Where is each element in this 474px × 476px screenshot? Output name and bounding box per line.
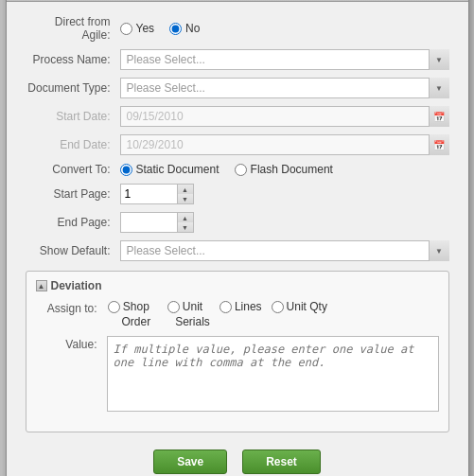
start-date-input[interactable] [120, 106, 449, 127]
assign-unit-serials-radio-row: Unit [167, 300, 202, 313]
assign-unit-qty-radio-row: Unit Qty [272, 300, 327, 313]
start-page-down-button[interactable]: ▼ [178, 194, 193, 203]
start-date-calendar-icon[interactable]: 📅 [429, 106, 449, 127]
reset-button[interactable]: Reset [242, 450, 321, 474]
assign-lines-label: Lines [235, 300, 262, 313]
deviation-header: ▲ Deviation [36, 279, 439, 292]
assign-shop-order-option[interactable]: Shop Order [107, 300, 151, 328]
direct-from-agile-label: Direct from Agile: [26, 15, 120, 42]
direct-yes-option[interactable]: Yes [120, 22, 155, 35]
start-date-label: Start Date: [26, 110, 120, 123]
convert-to-row: Convert To: Static Document Flash Docume… [26, 163, 449, 176]
start-date-field-wrapper: 📅 [120, 106, 449, 127]
show-default-controls: Please Select... ▼ [120, 240, 449, 261]
convert-to-controls: Static Document Flash Document [120, 163, 449, 176]
end-page-row: End Page: ▲ ▼ [26, 212, 449, 233]
start-page-row: Start Page: ▲ ▼ [26, 184, 449, 204]
end-date-controls: 📅 [120, 134, 449, 155]
convert-to-label: Convert To: [26, 163, 120, 176]
start-page-input[interactable] [120, 184, 177, 204]
start-page-spinner: ▲ ▼ [120, 184, 449, 204]
assign-to-row: Assign to: Shop Order Unit [36, 300, 439, 328]
end-page-up-button[interactable]: ▲ [178, 213, 193, 222]
assign-lines-option[interactable]: Lines [219, 300, 262, 313]
calendar-icon: 📅 [433, 112, 445, 122]
value-textarea[interactable] [107, 336, 439, 412]
save-button[interactable]: Save [153, 450, 227, 474]
assign-to-group: Shop Order Unit Serials [107, 300, 327, 328]
start-date-row: Start Date: 📅 [26, 106, 449, 127]
deviation-collapse-button[interactable]: ▲ [36, 280, 47, 291]
convert-static-label: Static Document [136, 163, 219, 176]
convert-static-radio[interactable] [120, 164, 132, 176]
start-page-up-button[interactable]: ▲ [178, 185, 193, 194]
direct-no-option[interactable]: No [169, 22, 200, 35]
assign-unit-serials-line1: Unit [183, 300, 202, 313]
end-page-down-button[interactable]: ▼ [178, 222, 193, 232]
convert-static-option[interactable]: Static Document [120, 163, 219, 176]
direct-from-agile-row: Direct from Agile: Yes No [26, 15, 449, 42]
end-page-spinner-buttons: ▲ ▼ [177, 212, 194, 233]
end-date-input[interactable] [120, 134, 449, 155]
assign-unit-serials-line2: Serials [160, 315, 210, 328]
process-name-select-wrapper: Please Select... ▼ [120, 49, 449, 70]
document-type-controls: Please Select... ▼ [120, 78, 449, 98]
assign-shop-order-radio-row: Shop [108, 300, 149, 313]
direct-yes-label: Yes [136, 22, 155, 35]
assign-unit-qty-radio[interactable] [272, 301, 284, 313]
start-date-controls: 📅 [120, 106, 449, 127]
form-content: Direct from Agile: Yes No Process Name: [7, 2, 468, 476]
direct-yes-radio[interactable] [120, 23, 132, 35]
value-textarea-wrapper [107, 336, 439, 414]
end-page-label: End Page: [26, 216, 120, 229]
footer-buttons: Save Reset [26, 446, 449, 476]
assign-lines-radio-row: Lines [219, 300, 262, 313]
assign-unit-serials-option[interactable]: Unit Serials [160, 300, 210, 328]
assign-shop-order-radio[interactable] [108, 301, 120, 313]
end-page-spinner: ▲ ▼ [120, 212, 449, 233]
end-page-controls: ▲ ▼ [120, 212, 449, 233]
end-date-row: End Date: 📅 [26, 134, 449, 155]
process-name-row: Process Name: Please Select... ▼ [26, 49, 449, 70]
process-name-select[interactable]: Please Select... [120, 49, 449, 70]
end-date-label: End Date: [26, 138, 120, 151]
assign-unit-qty-label: Unit Qty [287, 300, 327, 313]
document-type-label: Document Type: [26, 81, 120, 95]
direct-radio-group: Yes No [120, 22, 201, 35]
start-page-spinner-buttons: ▲ ▼ [177, 184, 194, 204]
deviation-section: ▲ Deviation Assign to: Shop Order [26, 271, 449, 432]
show-default-select[interactable]: Please Select... [120, 240, 449, 261]
assign-shop-order-line2: Order [107, 315, 151, 328]
direct-no-radio[interactable] [169, 23, 182, 35]
end-date-calendar-icon[interactable]: 📅 [429, 134, 449, 155]
calendar-icon2: 📅 [433, 140, 445, 150]
direct-no-label: No [185, 22, 200, 35]
main-window: ✕ Direct from Agile: Yes No P [6, 0, 469, 476]
show-default-row: Show Default: Please Select... ▼ [26, 240, 449, 261]
assign-shop-order-line1: Shop [123, 300, 149, 313]
assign-unit-serials-radio[interactable] [167, 301, 180, 313]
document-type-select[interactable]: Please Select... [120, 78, 449, 98]
process-name-label: Process Name: [26, 53, 120, 66]
deviation-title: Deviation [51, 279, 102, 292]
start-page-controls: ▲ ▼ [120, 184, 449, 204]
convert-flash-option[interactable]: Flash Document [235, 163, 333, 176]
value-row: Value: [36, 336, 439, 414]
convert-flash-radio[interactable] [235, 164, 247, 176]
assign-to-label: Assign to: [36, 300, 107, 315]
start-page-label: Start Page: [26, 187, 120, 201]
direct-from-agile-controls: Yes No [120, 22, 449, 35]
value-label: Value: [36, 336, 107, 351]
document-type-select-wrapper: Please Select... ▼ [120, 78, 449, 98]
process-name-controls: Please Select... ▼ [120, 49, 449, 70]
show-default-label: Show Default: [26, 244, 120, 257]
end-page-input[interactable] [120, 212, 177, 233]
convert-flash-label: Flash Document [251, 163, 333, 176]
assign-lines-radio[interactable] [219, 301, 232, 313]
show-default-select-wrapper: Please Select... ▼ [120, 240, 449, 261]
document-type-row: Document Type: Please Select... ▼ [26, 78, 449, 98]
assign-unit-qty-option[interactable]: Unit Qty [272, 300, 327, 313]
convert-to-group: Static Document Flash Document [120, 163, 333, 176]
end-date-field-wrapper: 📅 [120, 134, 449, 155]
